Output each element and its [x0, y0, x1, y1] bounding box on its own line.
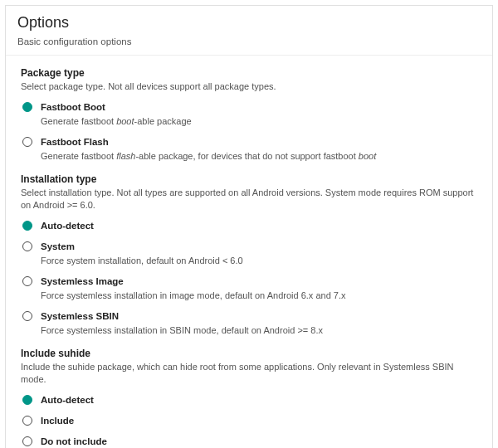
radio-option[interactable]: Do not include	[21, 436, 477, 448]
option-text: Auto-detect	[41, 394, 477, 407]
option-label: Auto-detect	[41, 394, 477, 407]
option-group: Installation typeSelect installation typ…	[21, 173, 477, 336]
option-text: Fastboot FlashGenerate fastboot flash-ab…	[41, 136, 477, 163]
radio-selected-icon[interactable]	[22, 102, 32, 112]
option-desc: Generate fastboot boot-able package	[41, 115, 477, 128]
radio-option[interactable]: Systemless SBINForce systemless installa…	[21, 310, 477, 337]
option-text: Include	[41, 415, 477, 427]
radio-selected-icon[interactable]	[22, 221, 32, 231]
option-label: Include	[41, 415, 477, 427]
page-title: Options	[17, 14, 481, 32]
group-desc: Select package type. Not all devices sup…	[21, 80, 477, 93]
option-text: SystemForce system installation, default…	[41, 241, 477, 267]
option-label: Systemless Image	[41, 275, 477, 288]
radio-option[interactable]: Auto-detect	[21, 220, 477, 232]
option-group: Package typeSelect package type. Not all…	[21, 67, 477, 162]
radio-option[interactable]: Include	[21, 415, 477, 427]
group-title: Installation type	[21, 173, 477, 185]
option-desc: Generate fastboot flash-able package, fo…	[41, 150, 477, 163]
option-label: Auto-detect	[41, 220, 477, 232]
option-group: Include suhideInclude the suhide package…	[21, 348, 477, 448]
option-desc: Force systemless installation in image m…	[41, 290, 477, 302]
options-card: Options Basic configuration options Pack…	[5, 5, 493, 448]
radio-selected-icon[interactable]	[22, 395, 32, 405]
card-header: Options Basic configuration options	[6, 6, 492, 56]
radio-unselected-icon[interactable]	[22, 241, 32, 251]
radio-unselected-icon[interactable]	[22, 137, 32, 147]
option-label: Do not include	[41, 436, 477, 448]
option-label: Fastboot Boot	[41, 101, 477, 114]
option-text: Auto-detect	[41, 220, 477, 232]
group-title: Include suhide	[21, 348, 477, 359]
option-text: Fastboot BootGenerate fastboot boot-able…	[41, 101, 477, 128]
card-body: Package typeSelect package type. Not all…	[6, 56, 492, 448]
option-desc: Force systemless installation in SBIN mo…	[41, 324, 477, 337]
radio-option[interactable]: SystemForce system installation, default…	[21, 241, 477, 267]
option-label: Systemless SBIN	[41, 310, 477, 323]
option-desc: Force system installation, default on An…	[41, 255, 477, 267]
radio-option[interactable]: Auto-detect	[21, 394, 477, 407]
option-text: Systemless ImageForce systemless install…	[41, 275, 477, 302]
radio-option[interactable]: Systemless ImageForce systemless install…	[21, 275, 477, 302]
option-label: System	[41, 241, 477, 253]
group-title: Package type	[21, 67, 477, 79]
radio-unselected-icon[interactable]	[22, 416, 32, 426]
group-desc: Include the suhide package, which can hi…	[21, 361, 477, 386]
radio-unselected-icon[interactable]	[22, 311, 32, 321]
option-label: Fastboot Flash	[41, 136, 477, 149]
radio-unselected-icon[interactable]	[22, 276, 32, 286]
option-text: Do not include	[41, 436, 477, 448]
option-text: Systemless SBINForce systemless installa…	[41, 310, 477, 337]
page-subtitle: Basic configuration options	[17, 37, 481, 46]
group-desc: Select installation type. Not all types …	[21, 187, 477, 212]
radio-option[interactable]: Fastboot BootGenerate fastboot boot-able…	[21, 101, 477, 128]
radio-unselected-icon[interactable]	[22, 436, 32, 446]
radio-option[interactable]: Fastboot FlashGenerate fastboot flash-ab…	[21, 136, 477, 163]
